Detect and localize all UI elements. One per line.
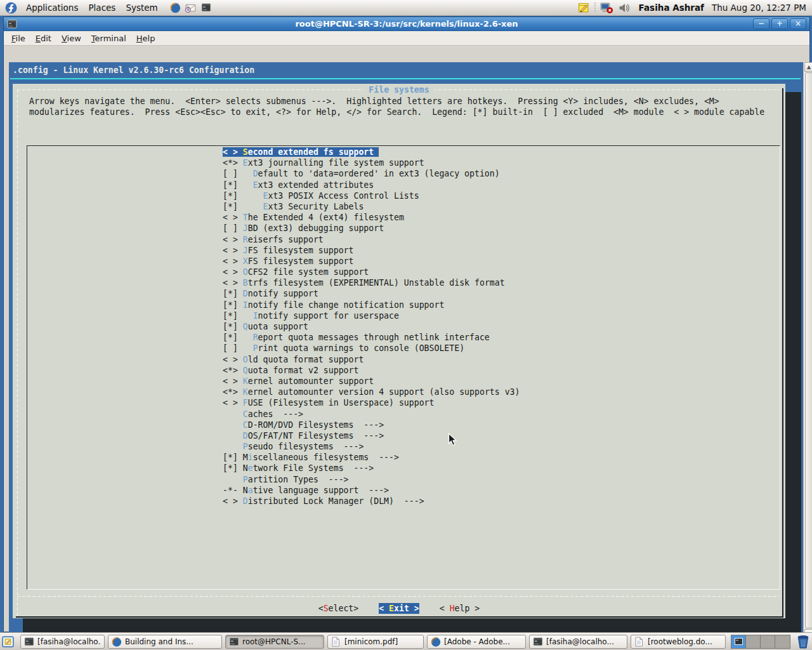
panel-menu-system[interactable]: System bbox=[121, 1, 162, 15]
dialog-title: File systems bbox=[13, 84, 785, 95]
menu-item[interactable]: Partition Types ---> bbox=[223, 474, 520, 485]
user-menu[interactable]: Fasiha Ashraf bbox=[639, 3, 704, 13]
workspace-1[interactable] bbox=[731, 635, 746, 648]
fedora-logo-icon[interactable] bbox=[4, 1, 17, 14]
desktop: ApplicationsPlacesSystem Fasiha Ashraf T… bbox=[0, 0, 812, 650]
dialog-buttons: <Select>< Exit >< Help > bbox=[13, 603, 785, 614]
volume-icon[interactable] bbox=[619, 1, 631, 14]
workspace-2[interactable] bbox=[746, 635, 761, 648]
scroll-up-button[interactable]: ▲ bbox=[804, 62, 812, 72]
workspace-3[interactable] bbox=[761, 635, 775, 648]
show-desktop-button[interactable] bbox=[2, 635, 14, 649]
menu-item[interactable]: CD-ROM/DVD Filesystems ---> bbox=[223, 420, 520, 430]
scrollbar-thumb[interactable] bbox=[805, 72, 812, 628]
dialog-border-bottom bbox=[16, 616, 783, 618]
dialog-shadow-bottom bbox=[23, 618, 801, 633]
menubar-item-file[interactable]: File bbox=[6, 32, 30, 45]
menu-item[interactable]: < > JFS filesystem support bbox=[223, 245, 520, 256]
firefox-icon bbox=[112, 637, 122, 647]
menu-item[interactable]: < > Second extended fs support bbox=[223, 147, 520, 157]
close-button[interactable]: × bbox=[790, 18, 806, 29]
panel-menu-places[interactable]: Places bbox=[83, 1, 121, 15]
taskbar-window-label: [rootweblog.do... bbox=[648, 637, 712, 646]
taskbar-window-label: root@HPCNL-S... bbox=[242, 637, 306, 646]
menu-item[interactable]: < > OCFS2 file system support bbox=[223, 267, 520, 277]
dialog-button-help[interactable]: < Help > bbox=[440, 603, 480, 614]
menubar-item-terminal[interactable]: Terminal bbox=[86, 32, 131, 45]
taskbar-window-label: Building and Ins... bbox=[125, 637, 193, 646]
menu-item[interactable]: [ ] Default to 'data=ordered' in ext3 (l… bbox=[223, 168, 520, 179]
menu-item[interactable]: < > Old quota format support bbox=[223, 354, 520, 365]
document-icon bbox=[634, 637, 645, 647]
menubar-item-edit[interactable]: Edit bbox=[30, 32, 56, 45]
dialog-button-select[interactable]: <Select> bbox=[318, 603, 359, 614]
menu-item[interactable]: < > The Extended 4 (ext4) filesystem bbox=[223, 212, 520, 223]
workspace-4[interactable] bbox=[775, 635, 790, 648]
dialog-border-right bbox=[782, 88, 783, 617]
menubar-item-help[interactable]: Help bbox=[131, 32, 160, 45]
menu-item[interactable]: [*] Miscellaneous filesystems ---> bbox=[223, 452, 520, 463]
minimize-button[interactable]: − bbox=[753, 18, 769, 29]
panel-status-area: Fasiha Ashraf Thu Aug 20, 12:27 PM bbox=[576, 1, 809, 14]
menu-item[interactable]: <*> Kernel automounter version 4 support… bbox=[223, 387, 520, 397]
document-icon bbox=[331, 637, 341, 647]
menu-item[interactable]: < > Distributed Lock Manager (DLM) ---> bbox=[223, 496, 520, 507]
terminal-screen: .config - Linux Kernel v2.6.30-rc6 Confi… bbox=[9, 62, 803, 648]
taskbar-window-button[interactable]: Building and Ins... bbox=[108, 635, 222, 649]
window-titlebar[interactable]: root@HPCNL-SR-3:/usr/src/kernels/linux-2… bbox=[4, 17, 809, 31]
firefox-icon[interactable] bbox=[169, 1, 182, 14]
menu-item[interactable]: <*> Ext3 journalling file system support bbox=[223, 157, 520, 168]
menuconfig-header: .config - Linux Kernel v2.6.30-rc6 Confi… bbox=[13, 65, 254, 76]
dialog-border-left bbox=[17, 90, 18, 616]
menu-item[interactable]: [ ] JBD (ext3) debugging support bbox=[223, 223, 520, 234]
mail-clock-icon[interactable] bbox=[185, 1, 197, 14]
menu-item[interactable]: [*] Ext3 Security Labels bbox=[223, 201, 520, 212]
menu-item[interactable]: Pseudo filesystems ---> bbox=[223, 441, 520, 452]
menu-item[interactable]: < > Btrfs filesystem (EXPERIMENTAL) Unst… bbox=[223, 277, 520, 288]
taskbar-window-button[interactable]: [Adobe - Adobe... bbox=[427, 635, 526, 649]
menu-item[interactable]: -*- Native language support ---> bbox=[223, 485, 520, 496]
menu-item[interactable]: [*] Inotify file change notification sup… bbox=[223, 300, 520, 310]
menu-item[interactable]: [*] Network File Systems ---> bbox=[223, 463, 520, 474]
menu-item[interactable]: [*] Ext3 POSIX Access Control Lists bbox=[223, 190, 520, 201]
maximize-button[interactable]: + bbox=[771, 18, 788, 29]
terminal-icon[interactable] bbox=[200, 1, 213, 14]
menu-item[interactable]: [*] Quota support bbox=[223, 321, 520, 332]
status-separator bbox=[594, 3, 596, 13]
terminal-scrollbar[interactable]: ▲ ▲ ▼ bbox=[803, 62, 812, 648]
dialog-shadow-right bbox=[785, 92, 801, 633]
menu-item[interactable]: [ ] Print quota warnings to console (OBS… bbox=[223, 343, 520, 354]
window-controls: −+× bbox=[753, 18, 806, 29]
trash-icon[interactable] bbox=[796, 633, 810, 650]
instructions-line-2: modularizes features. Press <Esc><Esc> t… bbox=[29, 107, 764, 117]
menu-item[interactable]: [*] Ext3 extended attributes bbox=[223, 180, 520, 190]
network-offline-icon[interactable] bbox=[600, 1, 613, 14]
panel-menu-applications[interactable]: Applications bbox=[21, 1, 83, 15]
menubar-item-view[interactable]: View bbox=[56, 32, 86, 45]
menu-item[interactable]: [*] Report quota messages through netlin… bbox=[223, 332, 520, 343]
terminal-window-icon bbox=[7, 19, 17, 29]
clock[interactable]: Thu Aug 20, 12:27 PM bbox=[712, 3, 806, 13]
menu-item[interactable]: [*] Inotify support for userspace bbox=[223, 310, 520, 321]
panel-launchers bbox=[168, 1, 214, 14]
menu-item[interactable]: < > Reiserfs support bbox=[223, 234, 520, 245]
terminal-window: root@HPCNL-SR-3:/usr/src/kernels/linux-2… bbox=[3, 17, 810, 632]
bottom-taskbar: [fasiha@localho...Building and Ins...roo… bbox=[0, 632, 812, 650]
taskbar-window-button[interactable]: root@HPCNL-S... bbox=[225, 635, 324, 649]
taskbar-window-label: [fasiha@localho... bbox=[37, 637, 101, 646]
menu-item[interactable]: <*> Quota format v2 support bbox=[223, 365, 520, 376]
dialog-button-exit[interactable]: < Exit > bbox=[379, 603, 419, 614]
menu-item[interactable]: < > FUSE (Filesystem in Userspace) suppo… bbox=[223, 397, 520, 408]
taskbar-window-button[interactable]: [fasiha@localho... bbox=[20, 635, 105, 649]
terminal-icon bbox=[229, 637, 239, 647]
menu-item[interactable]: [*] Dnotify support bbox=[223, 288, 520, 299]
taskbar-window-button[interactable]: [minicom.pdf] bbox=[327, 635, 424, 649]
menu-item[interactable]: < > XFS filesystem support bbox=[223, 256, 520, 267]
menu-item[interactable]: Caches ---> bbox=[223, 409, 520, 420]
notes-icon[interactable] bbox=[577, 1, 590, 14]
taskbar-window-button[interactable]: [rootweblog.do... bbox=[631, 635, 726, 649]
taskbar-window-button[interactable]: [fasiha@localho... bbox=[529, 635, 627, 649]
menu-item[interactable]: < > Kernel automounter support bbox=[223, 376, 520, 387]
menu-list: < > Second extended fs support <*> Ext3 … bbox=[223, 147, 520, 507]
menu-item[interactable]: DOS/FAT/NT Filesystems ---> bbox=[223, 430, 520, 441]
